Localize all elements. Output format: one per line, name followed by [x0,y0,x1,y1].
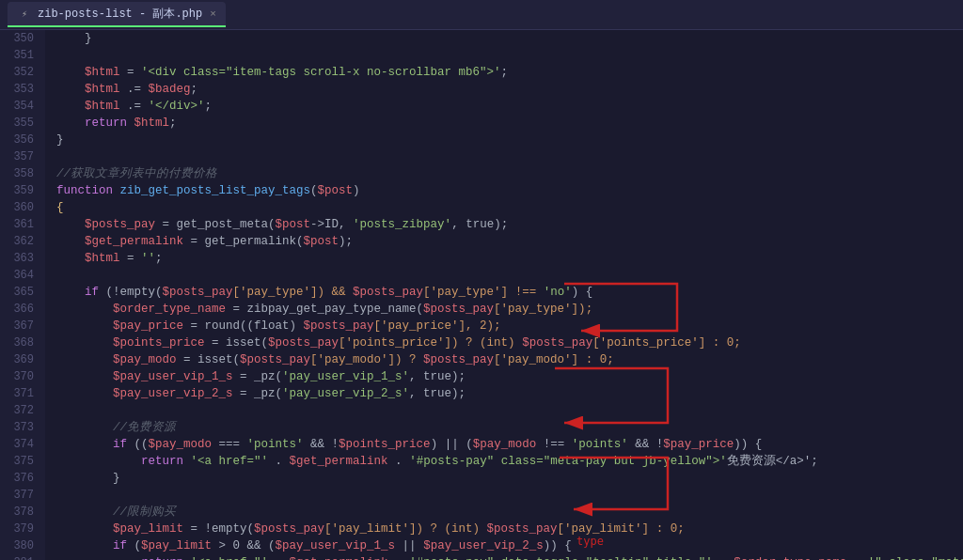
code-line: $points_price = isset($posts_pay['points… [56,334,963,351]
token: 'pay_user_vip_2_s' [282,385,409,402]
token: = _pz( [233,368,283,385]
token: = zibpay_get_pay_type_name( [226,301,423,318]
code-line: $get_permalink = get_permalink($post); [56,233,963,250]
editor: 3503513523533543553563573583593603613623… [0,30,963,560]
token: = isset( [177,351,241,368]
code-line: if ($pay_limit > 0 && ($pay_user_vip_1_s… [56,537,963,554]
line-number: 378 [8,504,34,521]
token: $pay_modo [149,436,213,453]
token: , true); [451,216,508,233]
token: > 0 && ( [212,537,276,554]
token: $html [85,81,120,98]
line-number: 376 [8,470,34,487]
token: { [56,199,64,216]
code-line: $html .= '</div>'; [56,98,963,115]
token: $posts_pay [304,318,374,334]
token: '#posts-pay" data-toggle="tooltip" title… [409,554,713,560]
token: $order_type_name [734,554,846,560]
token [56,334,113,351]
token: . [268,554,290,560]
token: $points_price [113,334,205,351]
token: ['pay_limit']) ? (int) [324,521,487,537]
token: (!empty( [99,284,163,301]
line-number: 375 [8,453,34,470]
token: ['pay_type']) && [233,284,354,301]
token: $html [134,115,170,132]
token: 'pay_user_vip_1_s' [282,368,409,385]
line-number: 352 [8,64,34,81]
token: $posts_pay [423,351,494,368]
token: 'no' [544,284,572,301]
token: . [388,554,410,560]
php-icon: ⚡ [17,7,32,22]
token [127,115,134,132]
token: //免费资源 [113,419,176,436]
token: '#posts-pay" class="meta-pay but jb-yell… [409,453,727,470]
token: $posts_pay [423,301,494,318]
line-number: 361 [8,216,34,233]
tab[interactable]: ⚡ zib-posts-list - 副本.php × [8,2,226,27]
token: , true); [409,368,466,385]
code-line: return '<a href="' . $get_permalink . '#… [56,554,963,560]
line-number: 371 [8,385,34,402]
token: $posts_pay [487,521,558,537]
token: || [395,537,423,554]
close-icon[interactable]: × [210,8,216,20]
token: ; [191,81,198,98]
token: === [212,436,247,453]
token: = !empty( [183,521,254,537]
token: )) { [734,436,762,453]
code-line: $pay_limit = !empty($posts_pay['pay_limi… [56,521,963,537]
line-number: 374 [8,436,34,453]
token: if [85,284,99,301]
line-number: 367 [8,318,34,334]
token [56,351,113,368]
line-number: 360 [8,199,34,216]
token: ['points_price'] : 0; [592,334,741,351]
token: ['pay_price'], 2); [374,318,501,334]
line-number: 358 [8,165,34,182]
token [183,554,191,560]
token [183,453,191,470]
token [56,81,85,98]
token: ( [127,537,141,554]
token [56,64,85,81]
token: ; [205,98,213,115]
code-line: } [56,30,963,47]
code-line: return $html; [56,115,963,132]
code-line: if (!empty($posts_pay['pay_type']) && $p… [56,284,963,301]
token: $pay_user_vip_2_s [423,537,544,554]
token: $pay_modo [473,436,537,453]
token: '" class="meta-pay but jb-vip' [868,554,963,560]
token [56,318,113,334]
token: $post [276,216,311,233]
line-number: 351 [8,47,34,64]
line-number: 373 [8,419,34,436]
token: = round((float) [183,318,304,334]
token: $pay_price [663,436,734,453]
token: ['pay_modo']) ? [310,351,423,368]
token: ; [169,115,177,132]
code-content[interactable]: } $html = '<div class="item-tags scroll-… [45,30,963,560]
code-line: $pay_user_vip_1_s = _pz('pay_user_vip_1_… [56,368,963,385]
token: . [268,453,290,470]
token: $posts_pay [85,216,155,233]
token [56,537,113,554]
token: 'posts_zibpay' [353,216,451,233]
token: ; [155,250,163,267]
token: return [141,554,183,560]
line-number: 369 [8,351,34,368]
line-number: 359 [8,182,34,199]
token: = _pz( [233,385,283,402]
code-line: } [56,470,963,487]
line-number: 354 [8,98,34,115]
token [56,436,113,453]
code-line: return '<a href="' . $get_permalink . '#… [56,453,963,470]
token: $pay_limit [141,537,212,554]
token: = [120,250,142,267]
line-number: 372 [8,402,34,419]
token: !== [536,436,572,453]
token: $html [85,64,120,81]
code-line: //限制购买 [56,504,963,521]
line-number: 380 [8,537,34,554]
